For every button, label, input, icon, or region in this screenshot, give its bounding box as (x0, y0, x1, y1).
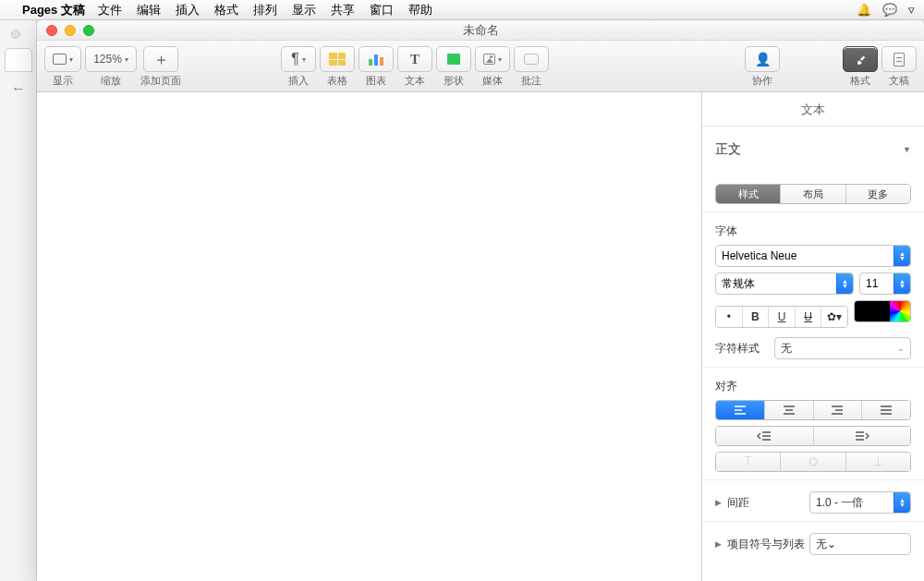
paragraph-style-select[interactable]: 正文 ▼ (702, 127, 924, 173)
font-section-title: 字体 (715, 224, 911, 239)
tab-style[interactable]: 样式 (716, 185, 781, 203)
chart-button[interactable] (359, 46, 394, 72)
collab-button[interactable]: 👤 (745, 46, 780, 72)
paragraph-style-value: 正文 (715, 141, 741, 158)
back-button[interactable]: ← (6, 78, 31, 100)
align-right-button[interactable] (814, 401, 863, 419)
spacing-value: 1.0 - 一倍 (816, 495, 863, 511)
zoom-label: 缩放 (101, 74, 121, 88)
insert-label: 插入 (288, 74, 309, 88)
notification-icon[interactable]: 🔔 (857, 3, 871, 17)
menu-help[interactable]: 帮助 (408, 2, 432, 18)
text-align-segment (715, 400, 911, 420)
valign-middle-button[interactable]: ⌬ (781, 453, 845, 471)
add-page-label: 添加页面 (140, 74, 181, 88)
collab-label: 协作 (752, 74, 772, 88)
panel-title: 文本 (702, 92, 924, 127)
document-label: 文稿 (889, 74, 909, 88)
add-page-button[interactable]: ＋ (143, 46, 178, 72)
text-color-button[interactable] (854, 300, 911, 322)
menu-edit[interactable]: 编辑 (137, 2, 161, 18)
align-center-button[interactable] (765, 401, 814, 419)
font-family-select[interactable]: ▲▼ (715, 245, 911, 267)
char-style-label: 字符样式 (715, 341, 765, 357)
menu-view[interactable]: 显示 (292, 2, 316, 18)
bullets-label: 项目符号与列表 (727, 537, 805, 552)
toolbar: ▾ 显示 125%▾ 缩放 ＋ 添加页面 ¶▾ 插入 表格 图表 T 文本 (37, 41, 924, 92)
dropdown-cap-icon: ▲▼ (894, 492, 910, 513)
spacing-label: 间距 (727, 495, 749, 511)
menu-arrange[interactable]: 排列 (253, 2, 277, 18)
format-panel: 文本 正文 ▼ 样式 布局 更多 字体 ▲▼ (702, 92, 924, 581)
browser-tab[interactable] (5, 48, 32, 72)
chevron-down-icon: ⌄ (897, 344, 905, 353)
comment-label: 批注 (521, 74, 541, 88)
font-advanced-button[interactable]: ✿▾ (821, 307, 847, 327)
comment-button[interactable] (514, 46, 549, 72)
panel-tabs: 样式 布局 更多 (715, 184, 911, 204)
color-swatch (855, 301, 890, 321)
spacing-disclosure[interactable]: ▶间距 (715, 495, 749, 511)
font-weight-value[interactable] (722, 277, 847, 290)
format-label: 格式 (850, 74, 870, 88)
strike-button[interactable]: U (796, 307, 822, 327)
font-size-field[interactable]: ▲▼ (859, 272, 911, 295)
align-justify-button[interactable] (862, 401, 910, 419)
shape-button[interactable] (436, 46, 471, 72)
char-style-select[interactable]: 无 ⌄ (774, 337, 911, 359)
document-panel-button[interactable] (881, 46, 917, 72)
valign-top-button[interactable]: ⟙ (716, 453, 781, 471)
align-section-title: 对齐 (715, 379, 911, 394)
spacing-select[interactable]: 1.0 - 一倍 ▲▼ (809, 491, 911, 514)
font-weight-select[interactable]: ▲▼ (715, 272, 854, 295)
insert-button[interactable]: ¶▾ (281, 46, 316, 72)
bullets-select[interactable]: 无 ⌄ (809, 533, 911, 555)
format-panel-button[interactable] (843, 46, 878, 72)
menu-format[interactable]: 格式 (214, 2, 238, 18)
tab-more[interactable]: 更多 (846, 185, 910, 203)
dropdown-cap-icon: ▲▼ (836, 273, 853, 294)
font-family-value[interactable] (722, 249, 905, 262)
dropdown-cap-icon: ▲▼ (894, 246, 910, 266)
outdent-button[interactable] (716, 427, 814, 445)
media-label: 媒体 (482, 74, 503, 88)
wechat-icon[interactable]: 💬 (882, 3, 897, 17)
menu-file[interactable]: 文件 (98, 2, 122, 18)
titlebar: 未命名 (37, 20, 924, 41)
view-label: 显示 (53, 74, 73, 88)
menu-share[interactable]: 共享 (331, 2, 355, 18)
align-left-button[interactable] (716, 401, 765, 419)
text-button[interactable]: T (397, 46, 432, 72)
table-button[interactable] (320, 46, 355, 72)
pages-window: 未命名 ▾ 显示 125%▾ 缩放 ＋ 添加页面 ¶▾ 插入 表格 图表 T (37, 20, 924, 581)
indent-button[interactable] (814, 427, 911, 445)
window-title: 未命名 (37, 22, 924, 39)
app-name[interactable]: Pages 文稿 (22, 2, 85, 18)
zoom-select[interactable]: 125%▾ (85, 46, 137, 72)
chart-label: 图表 (366, 74, 386, 88)
stepper-cap-icon: ▲▼ (894, 273, 910, 294)
underline-button[interactable]: U (769, 307, 796, 327)
mac-menubar: Pages 文稿 文件 编辑 插入 格式 排列 显示 共享 窗口 帮助 🔔 💬 … (0, 0, 924, 20)
chevron-down-icon: ▼ (903, 145, 911, 154)
text-label: 文本 (405, 74, 425, 88)
view-button[interactable]: ▾ (44, 46, 81, 72)
browser-sidebar: ← (0, 20, 37, 581)
bold-button[interactable]: B (743, 307, 770, 327)
brush-icon (854, 53, 867, 66)
bold-button[interactable]: • (716, 307, 743, 327)
bullets-value: 无 (816, 537, 827, 552)
wifi-icon[interactable]: ▿ (908, 3, 915, 17)
document-canvas[interactable] (37, 92, 701, 581)
window-control-dim (11, 30, 20, 39)
table-label: 表格 (327, 74, 347, 88)
media-button[interactable]: ▾ (475, 46, 510, 72)
char-style-value: 无 (781, 341, 792, 357)
valign-bottom-button[interactable]: ⟘ (846, 453, 910, 471)
menu-window[interactable]: 窗口 (370, 2, 394, 18)
shape-label: 形状 (444, 74, 464, 88)
chevron-down-icon: ⌄ (827, 538, 836, 551)
tab-layout[interactable]: 布局 (781, 185, 845, 203)
menu-insert[interactable]: 插入 (176, 2, 200, 18)
bullets-disclosure[interactable]: ▶项目符号与列表 (715, 537, 805, 552)
